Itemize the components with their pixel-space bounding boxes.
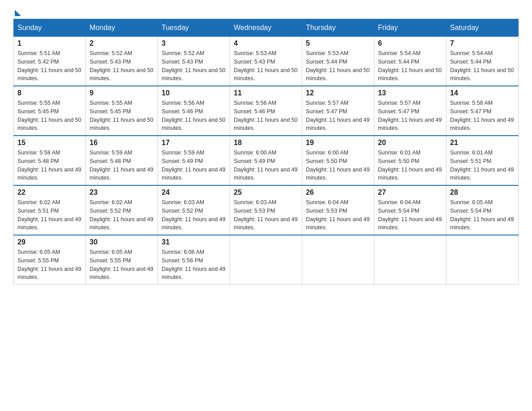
day-info: Sunrise: 6:00 AM Sunset: 5:50 PM Dayligh… [306,149,370,182]
calendar-day-cell [230,235,302,285]
day-number: 3 [162,39,226,47]
calendar-day-cell [302,235,374,285]
calendar-day-cell: 24 Sunrise: 6:03 AM Sunset: 5:52 PM Dayl… [158,185,230,235]
calendar-day-cell: 31 Sunrise: 6:06 AM Sunset: 5:56 PM Dayl… [158,235,230,285]
calendar-day-cell: 12 Sunrise: 5:57 AM Sunset: 5:47 PM Dayl… [302,86,374,136]
day-info: Sunrise: 5:55 AM Sunset: 5:45 PM Dayligh… [90,99,154,133]
day-number: 4 [234,39,298,47]
calendar-day-cell: 25 Sunrise: 6:03 AM Sunset: 5:53 PM Dayl… [230,185,302,235]
day-number: 30 [90,238,154,246]
calendar-day-cell: 5 Sunrise: 5:53 AM Sunset: 5:44 PM Dayli… [302,37,374,86]
day-number: 15 [17,139,82,147]
day-number: 14 [450,89,515,97]
day-number: 6 [378,39,442,47]
calendar-day-cell: 14 Sunrise: 5:58 AM Sunset: 5:47 PM Dayl… [446,86,519,136]
day-info: Sunrise: 5:52 AM Sunset: 5:43 PM Dayligh… [90,49,154,83]
day-info: Sunrise: 6:06 AM Sunset: 5:56 PM Dayligh… [162,248,226,282]
calendar-day-cell: 16 Sunrise: 5:59 AM Sunset: 5:48 PM Dayl… [86,136,158,185]
page-header [13,9,519,14]
day-number: 24 [162,188,226,197]
day-info: Sunrise: 5:57 AM Sunset: 5:47 PM Dayligh… [378,99,442,133]
day-info: Sunrise: 5:53 AM Sunset: 5:43 PM Dayligh… [234,49,298,83]
day-number: 23 [90,188,154,197]
calendar-day-cell: 3 Sunrise: 5:52 AM Sunset: 5:43 PM Dayli… [158,37,230,86]
day-info: Sunrise: 6:02 AM Sunset: 5:52 PM Dayligh… [90,198,154,232]
day-number: 12 [306,89,370,97]
day-number: 17 [162,139,226,147]
calendar-day-cell: 27 Sunrise: 6:04 AM Sunset: 5:54 PM Dayl… [374,185,446,235]
calendar-day-cell [446,235,519,285]
calendar-day-cell: 17 Sunrise: 5:59 AM Sunset: 5:49 PM Dayl… [158,136,230,185]
day-info: Sunrise: 6:02 AM Sunset: 5:51 PM Dayligh… [17,198,82,232]
calendar-day-cell [374,235,446,285]
calendar-day-cell: 4 Sunrise: 5:53 AM Sunset: 5:43 PM Dayli… [230,37,302,86]
weekday-header-wednesday: Wednesday [230,19,302,37]
day-number: 2 [90,39,154,47]
calendar-day-cell: 13 Sunrise: 5:57 AM Sunset: 5:47 PM Dayl… [374,86,446,136]
day-info: Sunrise: 6:04 AM Sunset: 5:54 PM Dayligh… [378,198,442,232]
day-number: 5 [306,39,370,47]
calendar-day-cell: 7 Sunrise: 5:54 AM Sunset: 5:44 PM Dayli… [446,37,519,86]
weekday-header-tuesday: Tuesday [158,19,230,37]
day-info: Sunrise: 5:58 AM Sunset: 5:47 PM Dayligh… [450,99,515,133]
weekday-header-sunday: Sunday [14,19,86,37]
day-number: 22 [17,188,82,197]
calendar-day-cell: 26 Sunrise: 6:04 AM Sunset: 5:53 PM Dayl… [302,185,374,235]
day-info: Sunrise: 5:55 AM Sunset: 5:45 PM Dayligh… [17,99,82,133]
day-info: Sunrise: 5:59 AM Sunset: 5:48 PM Dayligh… [90,149,154,182]
calendar-day-cell: 11 Sunrise: 5:56 AM Sunset: 5:46 PM Dayl… [230,86,302,136]
day-info: Sunrise: 5:53 AM Sunset: 5:44 PM Dayligh… [306,49,370,83]
day-info: Sunrise: 5:58 AM Sunset: 5:48 PM Dayligh… [17,149,82,182]
day-info: Sunrise: 6:04 AM Sunset: 5:53 PM Dayligh… [306,198,370,232]
calendar-table: SundayMondayTuesdayWednesdayThursdayFrid… [13,19,519,285]
calendar-week-row: 15 Sunrise: 5:58 AM Sunset: 5:48 PM Dayl… [14,136,519,185]
day-info: Sunrise: 5:52 AM Sunset: 5:43 PM Dayligh… [162,49,226,83]
day-number: 1 [17,39,82,47]
weekday-header-monday: Monday [86,19,158,37]
weekday-header-saturday: Saturday [446,19,519,37]
weekday-header-thursday: Thursday [302,19,374,37]
calendar-day-cell: 19 Sunrise: 6:00 AM Sunset: 5:50 PM Dayl… [302,136,374,185]
day-info: Sunrise: 5:57 AM Sunset: 5:47 PM Dayligh… [306,99,370,133]
calendar-day-cell: 28 Sunrise: 6:05 AM Sunset: 5:54 PM Dayl… [446,185,519,235]
calendar-day-cell: 1 Sunrise: 5:51 AM Sunset: 5:42 PM Dayli… [14,37,86,86]
weekday-header-friday: Friday [374,19,446,37]
day-number: 9 [90,89,154,97]
day-number: 27 [378,188,442,197]
day-number: 11 [234,89,298,97]
calendar-week-row: 22 Sunrise: 6:02 AM Sunset: 5:51 PM Dayl… [14,185,519,235]
calendar-day-cell: 2 Sunrise: 5:52 AM Sunset: 5:43 PM Dayli… [86,37,158,86]
day-info: Sunrise: 5:54 AM Sunset: 5:44 PM Dayligh… [378,49,442,83]
day-info: Sunrise: 6:05 AM Sunset: 5:55 PM Dayligh… [17,248,82,282]
day-number: 10 [162,89,226,97]
day-info: Sunrise: 5:56 AM Sunset: 5:46 PM Dayligh… [234,99,298,133]
day-number: 29 [17,238,82,246]
calendar-week-row: 1 Sunrise: 5:51 AM Sunset: 5:42 PM Dayli… [14,37,519,86]
day-info: Sunrise: 6:03 AM Sunset: 5:52 PM Dayligh… [162,198,226,232]
day-info: Sunrise: 6:01 AM Sunset: 5:51 PM Dayligh… [450,149,515,182]
calendar-day-cell: 18 Sunrise: 6:00 AM Sunset: 5:49 PM Dayl… [230,136,302,185]
calendar-day-cell: 9 Sunrise: 5:55 AM Sunset: 5:45 PM Dayli… [86,86,158,136]
logo [13,9,21,14]
calendar-day-cell: 20 Sunrise: 6:01 AM Sunset: 5:50 PM Dayl… [374,136,446,185]
calendar-day-cell: 23 Sunrise: 6:02 AM Sunset: 5:52 PM Dayl… [86,185,158,235]
calendar-day-cell: 22 Sunrise: 6:02 AM Sunset: 5:51 PM Dayl… [14,185,86,235]
day-number: 31 [162,238,226,246]
calendar-day-cell: 29 Sunrise: 6:05 AM Sunset: 5:55 PM Dayl… [14,235,86,285]
day-info: Sunrise: 6:00 AM Sunset: 5:49 PM Dayligh… [234,149,298,182]
day-number: 26 [306,188,370,197]
day-info: Sunrise: 6:05 AM Sunset: 5:54 PM Dayligh… [450,198,515,232]
day-number: 7 [450,39,515,47]
day-number: 19 [306,139,370,147]
day-info: Sunrise: 6:03 AM Sunset: 5:53 PM Dayligh… [234,198,298,232]
calendar-day-cell: 30 Sunrise: 6:05 AM Sunset: 5:55 PM Dayl… [86,235,158,285]
day-info: Sunrise: 5:51 AM Sunset: 5:42 PM Dayligh… [17,49,82,83]
day-number: 25 [234,188,298,197]
calendar-day-cell: 8 Sunrise: 5:55 AM Sunset: 5:45 PM Dayli… [14,86,86,136]
day-info: Sunrise: 6:01 AM Sunset: 5:50 PM Dayligh… [378,149,442,182]
day-info: Sunrise: 5:59 AM Sunset: 5:49 PM Dayligh… [162,149,226,182]
day-number: 8 [17,89,82,97]
calendar-day-cell: 6 Sunrise: 5:54 AM Sunset: 5:44 PM Dayli… [374,37,446,86]
calendar-day-cell: 10 Sunrise: 5:56 AM Sunset: 5:46 PM Dayl… [158,86,230,136]
day-number: 20 [378,139,442,147]
